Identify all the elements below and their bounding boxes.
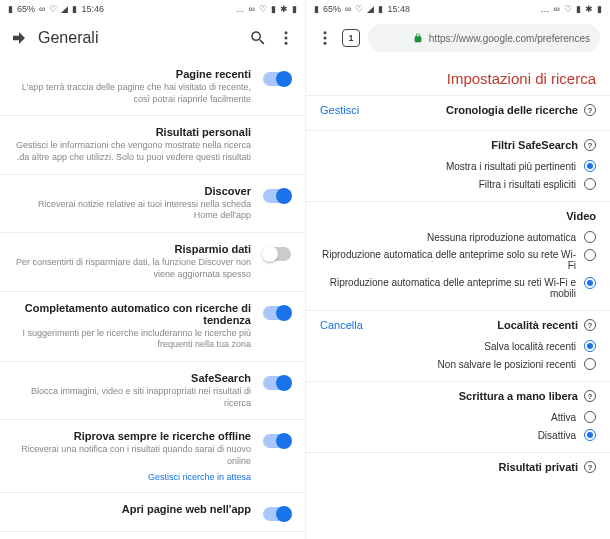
search-icon[interactable] [249,29,267,47]
section-handwriting: ? Scrittura a mano libera Attiva Disatti… [306,381,610,452]
section-heading: Risultati privati [499,461,578,473]
setting-item[interactable]: Risultati personaliGestisci le informazi… [0,116,305,174]
radio-icon [584,358,596,370]
radio-option[interactable]: Nessuna riproduzione automatica [320,228,596,246]
radio-icon [584,231,596,243]
tabs-button[interactable]: 1 [342,29,360,47]
status-time: 15:46 [81,4,104,14]
status-time: 15:48 [387,4,410,14]
setting-title: Apri pagine web nell'app [14,503,251,515]
radio-option[interactable]: Riproduzione automatica delle anteprime … [320,246,596,274]
setting-item[interactable]: Riprova sempre le ricerche offlineRiceve… [0,420,305,492]
radio-icon [584,277,596,289]
settings-list: Pagine recentiL'app terrà traccia delle … [0,58,305,532]
setting-link[interactable]: Gestisci ricerche in attesa [14,472,251,482]
setting-title: Pagine recenti [14,68,251,80]
toggle-switch[interactable] [263,376,291,390]
setting-item[interactable]: DiscoverRiceverai notizie relative ai tu… [0,175,305,233]
section-video: Video Nessuna riproduzione automatica Ri… [306,201,610,310]
setting-desc: Gestisci le informazioni che vengono mos… [14,140,251,163]
status-bar: ▮✱▮♡∞… 15:46 ▮◢♡∞ 65% ▮ [0,0,305,18]
help-icon[interactable]: ? [584,461,596,473]
setting-title: Discover [14,185,251,197]
section-heading: Località recenti [497,319,578,331]
status-bar: ▮✱▮♡∞… 15:48 ▮◢♡∞ 65% ▮ [306,0,610,18]
page-title: Impostazioni di ricerca [306,58,610,95]
radio-icon [584,249,596,261]
more-icon[interactable] [277,29,295,47]
setting-item[interactable]: Pagine recentiL'app terrà traccia delle … [0,58,305,116]
section-heading: Cronologia delle ricerche [446,104,578,116]
setting-item[interactable]: SafeSearchBlocca immagini, video e siti … [0,362,305,420]
radio-icon [584,160,596,172]
svg-point-4 [285,37,288,40]
status-battery: 65% [17,4,35,14]
setting-title: Completamento automatico con ricerche di… [14,302,251,326]
setting-item[interactable]: Apri pagine web nell'app [0,493,305,532]
svg-point-5 [285,42,288,45]
setting-desc: Blocca immagini, video e siti inappropri… [14,386,251,409]
radio-icon [584,429,596,441]
toggle-switch[interactable] [263,72,291,86]
section-heading: Scrittura a mano libera [459,390,578,402]
lock-icon [413,33,423,43]
svg-point-3 [285,31,288,34]
status-battery: 65% [323,4,341,14]
setting-desc: Riceverai notizie relative ai tuoi inter… [14,199,251,222]
toggle-switch[interactable] [263,247,291,261]
more-icon[interactable] [316,29,334,47]
radio-option[interactable]: Mostra i risultati più pertinenti [320,157,596,175]
svg-point-1 [324,37,327,40]
setting-desc: L'app terrà traccia delle pagine che hai… [14,82,251,105]
section-location: ? Località recenti Cancella Salva locali… [306,310,610,381]
radio-option[interactable]: Non salvare le posizioni recenti [320,355,596,373]
browser-toolbar: https://www.google.com/preferences 1 [306,18,610,58]
setting-title: SafeSearch [14,372,251,384]
toggle-switch[interactable] [263,306,291,320]
radio-option[interactable]: Salva località recenti [320,337,596,355]
delete-link[interactable]: Cancella [320,319,363,331]
url-bar[interactable]: https://www.google.com/preferences [368,24,600,52]
section-safesearch: ? Filtri SafeSearch Mostra i risultati p… [306,130,610,201]
help-icon[interactable]: ? [584,390,596,402]
radio-option[interactable]: Filtra i risultati espliciti [320,175,596,193]
section-heading: Filtri SafeSearch [491,139,578,151]
section-private: ? Risultati privati [306,452,610,487]
help-icon[interactable]: ? [584,319,596,331]
setting-desc: I suggerimenti per le ricerche includera… [14,328,251,351]
toggle-switch[interactable] [263,507,291,521]
radio-icon [584,411,596,423]
setting-title: Risultati personali [14,126,251,138]
section-history: ? Cronologia delle ricerche Gestisci [306,95,610,130]
app-toolbar: Generali [0,18,305,58]
url-text: https://www.google.com/preferences [429,33,590,44]
toggle-switch[interactable] [263,434,291,448]
radio-option[interactable]: Attiva [320,408,596,426]
help-icon[interactable]: ? [584,104,596,116]
radio-option[interactable]: Riproduzione automatica delle anteprime … [320,274,596,302]
setting-title: Risparmio dati [14,243,251,255]
setting-desc: Riceverai una notifica con i risultati q… [14,444,251,467]
radio-icon [584,340,596,352]
radio-option[interactable]: Disattiva [320,426,596,444]
back-arrow-icon[interactable] [10,29,28,47]
setting-item[interactable]: Risparmio datiPer consentirti di risparm… [0,233,305,291]
svg-point-0 [324,31,327,34]
section-heading: Video [566,210,596,222]
setting-desc: Per consentirti di risparmiare dati, la … [14,257,251,280]
help-icon[interactable]: ? [584,139,596,151]
toggle-switch[interactable] [263,189,291,203]
screen-title: Generali [38,29,98,47]
manage-link[interactable]: Gestisci [320,104,359,116]
radio-icon [584,178,596,190]
svg-point-2 [324,42,327,45]
setting-title: Riprova sempre le ricerche offline [14,430,251,442]
setting-item[interactable]: Completamento automatico con ricerche di… [0,292,305,362]
